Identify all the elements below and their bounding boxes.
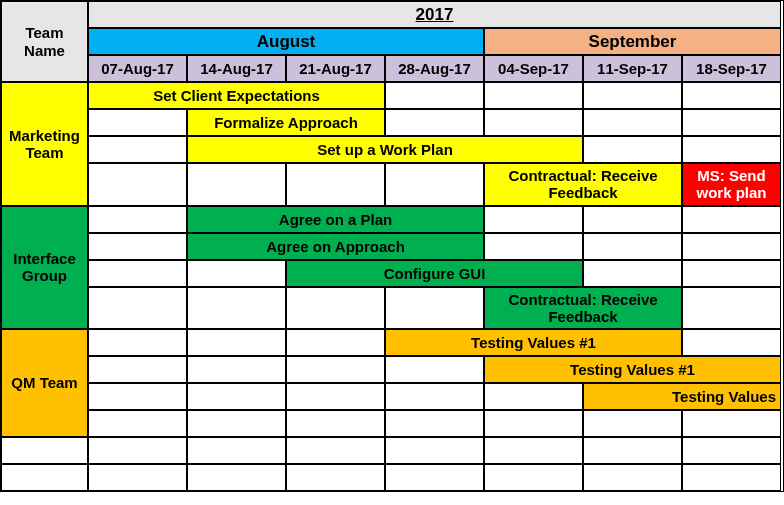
gantt-cell [187, 329, 286, 356]
gantt-cell [484, 437, 583, 464]
header-year: 2017 [88, 1, 781, 28]
gantt-cell [583, 233, 682, 260]
gantt-cell [484, 109, 583, 136]
gantt-cell [286, 163, 385, 206]
gantt-cell [88, 233, 187, 260]
gantt-cell [583, 437, 682, 464]
gantt-cell [484, 206, 583, 233]
gantt-cell [583, 82, 682, 109]
gantt-cell [88, 206, 187, 233]
gantt-cell [484, 233, 583, 260]
gantt-cell [88, 383, 187, 410]
gantt-cell [385, 109, 484, 136]
task-interface-configure-gui: Configure GUI [286, 260, 583, 287]
gantt-cell [385, 287, 484, 330]
gantt-cell [88, 109, 187, 136]
header-team-name: Team Name [1, 1, 88, 82]
gantt-cell [187, 356, 286, 383]
task-qm-testing-2: Testing Values #1 [484, 356, 781, 383]
gantt-cell [583, 464, 682, 491]
gantt-cell [88, 410, 187, 437]
header-date-6: 18-Sep-17 [682, 55, 781, 82]
gantt-cell [484, 383, 583, 410]
header-date-5: 11-Sep-17 [583, 55, 682, 82]
gantt-cell [583, 206, 682, 233]
gantt-cell [187, 287, 286, 330]
gantt-cell [187, 437, 286, 464]
gantt-cell [286, 410, 385, 437]
task-qm-testing-1: Testing Values #1 [385, 329, 682, 356]
gantt-cell [286, 437, 385, 464]
gantt-cell [187, 410, 286, 437]
header-date-4: 04-Sep-17 [484, 55, 583, 82]
gantt-cell [385, 356, 484, 383]
gantt-cell [88, 437, 187, 464]
gantt-cell [88, 260, 187, 287]
gantt-cell [385, 82, 484, 109]
gantt-cell [385, 163, 484, 206]
gantt-cell [682, 410, 781, 437]
task-interface-contractual: Contractual: Receive Feedback [484, 287, 682, 330]
gantt-cell [385, 437, 484, 464]
gantt-chart: Team Name 2017 August September 07-Aug-1… [0, 0, 784, 492]
gantt-cell [385, 383, 484, 410]
gantt-cell [682, 206, 781, 233]
gantt-cell [286, 287, 385, 330]
header-month-aug: August [88, 28, 484, 55]
team-label-marketing: Marketing Team [1, 82, 88, 206]
gantt-cell [682, 260, 781, 287]
gantt-cell [682, 464, 781, 491]
gantt-cell [88, 287, 187, 330]
task-interface-agree-plan: Agree on a Plan [187, 206, 484, 233]
task-interface-agree-approach: Agree on Approach [187, 233, 484, 260]
task-marketing-ms-send: MS: Send work plan [682, 163, 781, 206]
gantt-cell [682, 136, 781, 163]
header-date-2: 21-Aug-17 [286, 55, 385, 82]
gantt-cell [286, 329, 385, 356]
task-marketing-contractual: Contractual: Receive Feedback [484, 163, 682, 206]
gantt-cell [1, 464, 88, 491]
gantt-cell [484, 464, 583, 491]
gantt-cell [682, 287, 781, 330]
gantt-cell [1, 437, 88, 464]
task-qm-testing-3: Testing Values [583, 383, 781, 410]
gantt-cell [88, 464, 187, 491]
gantt-cell [286, 383, 385, 410]
gantt-cell [484, 410, 583, 437]
gantt-cell [583, 136, 682, 163]
gantt-cell [286, 464, 385, 491]
gantt-cell [286, 356, 385, 383]
gantt-cell [682, 233, 781, 260]
gantt-cell [682, 109, 781, 136]
gantt-cell [385, 410, 484, 437]
gantt-cell [187, 464, 286, 491]
header-date-1: 14-Aug-17 [187, 55, 286, 82]
gantt-cell [88, 136, 187, 163]
gantt-cell [88, 163, 187, 206]
team-label-interface: Interface Group [1, 206, 88, 330]
task-marketing-formalize-approach: Formalize Approach [187, 109, 385, 136]
gantt-cell [88, 356, 187, 383]
header-date-3: 28-Aug-17 [385, 55, 484, 82]
header-month-sep: September [484, 28, 781, 55]
gantt-cell [682, 437, 781, 464]
gantt-cell [385, 464, 484, 491]
team-label-qm: QM Team [1, 329, 88, 437]
gantt-cell [682, 329, 781, 356]
gantt-cell [583, 109, 682, 136]
gantt-cell [88, 329, 187, 356]
task-marketing-work-plan: Set up a Work Plan [187, 136, 583, 163]
task-marketing-set-client-expectations: Set Client Expectations [88, 82, 385, 109]
gantt-cell [187, 163, 286, 206]
gantt-cell [187, 383, 286, 410]
header-date-0: 07-Aug-17 [88, 55, 187, 82]
gantt-cell [682, 82, 781, 109]
gantt-cell [583, 260, 682, 287]
gantt-cell [583, 410, 682, 437]
gantt-cell [484, 82, 583, 109]
gantt-cell [187, 260, 286, 287]
